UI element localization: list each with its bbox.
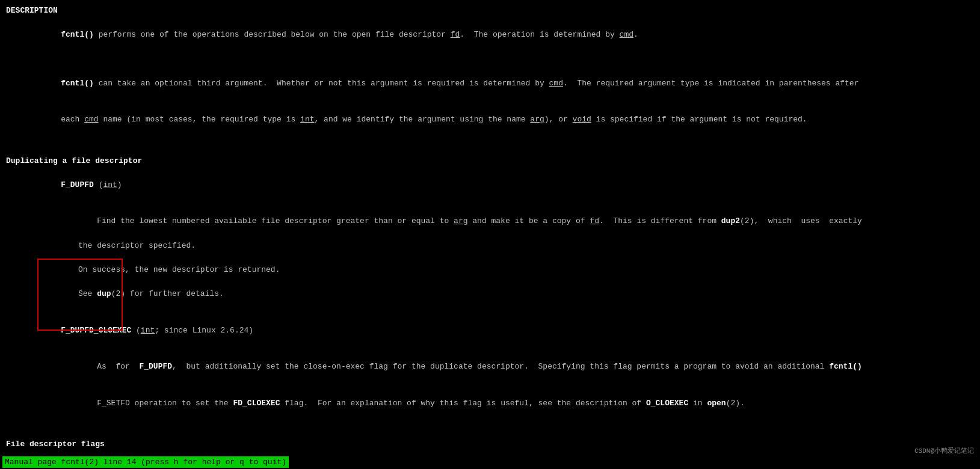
f-dupfd-cloexec-line: F_DUPFD_CLOEXEC (int; since Linux 2.6.24… xyxy=(42,313,974,349)
line-1: fcntl() performs one of the operations d… xyxy=(42,17,974,53)
spacer-6 xyxy=(6,421,974,434)
cloexec-desc-1: As for F_DUPFD, but additionally set the… xyxy=(78,349,974,385)
cmd-ref-2: cmd xyxy=(549,79,563,88)
dup-heading: Duplicating a file descriptor xyxy=(6,155,974,167)
spacer-2 xyxy=(6,138,974,150)
cmd-ref-1: cmd xyxy=(620,30,633,39)
status-bar: Manual page fcntl(2) line 14 (press h fo… xyxy=(0,455,980,470)
f-dupfd-ref: F_DUPFD xyxy=(139,362,172,371)
open-ref-1: open xyxy=(707,399,726,408)
int-ref-2: int xyxy=(103,180,117,189)
watermark: CSDN@小鸭爱记笔记 xyxy=(914,446,974,456)
dupfd-desc-2: the descriptor specified. xyxy=(78,240,974,252)
o-cloexec-ref: O_CLOEXEC xyxy=(646,399,688,408)
cmd-ref-3: cmd xyxy=(84,115,98,124)
line-4: each cmd name (in most cases, the requir… xyxy=(42,102,974,138)
fd-cloexec-ref: FD_CLOEXEC xyxy=(233,399,280,408)
dupfd-success: On success, the new descriptor is return… xyxy=(78,264,974,276)
cloexec-desc-2: F_SETFD operation to set the FD_CLOEXEC … xyxy=(78,385,974,421)
dupfd-desc-1: Find the lowest numbered available file … xyxy=(78,203,974,239)
spacer-5 xyxy=(6,300,974,312)
int-ref-1: int xyxy=(300,115,314,124)
fd-flags-heading: File descriptor flags xyxy=(6,438,974,450)
status-bar-text: Manual page fcntl(2) line 14 (press h fo… xyxy=(2,456,289,468)
fd-ref-2: fd xyxy=(590,216,599,225)
arg-ref-2: arg xyxy=(454,216,467,225)
dup2-ref: dup2 xyxy=(721,216,740,225)
f-dupfd-label: F_DUPFD xyxy=(61,180,94,189)
dup-bold: dup xyxy=(97,289,111,298)
fd-ref-1: fd xyxy=(451,30,460,39)
fcntl-bold-3: fcntl() xyxy=(829,362,862,371)
main-content: DESCRIPTION fcntl() performs one of the … xyxy=(0,0,980,469)
arg-ref-1: arg xyxy=(530,115,544,124)
int-ref-3: int xyxy=(141,326,155,335)
spacer-1 xyxy=(6,54,974,66)
spacer-3 xyxy=(6,252,974,264)
fcntl-bold-2: fcntl() xyxy=(61,79,94,88)
dup-see-also: See dup(2) for further details. xyxy=(78,288,974,300)
f-dupfd-line: F_DUPFD (int) xyxy=(42,167,974,203)
fcntl-bold-1: fcntl() xyxy=(61,30,94,39)
spacer-4 xyxy=(6,276,974,288)
f-dupfd-cloexec-label: F_DUPFD_CLOEXEC xyxy=(61,326,131,335)
line-3: fcntl() can take an optional third argum… xyxy=(42,66,974,102)
description-heading: DESCRIPTION xyxy=(6,5,974,17)
void-ref-1: void xyxy=(573,115,591,124)
